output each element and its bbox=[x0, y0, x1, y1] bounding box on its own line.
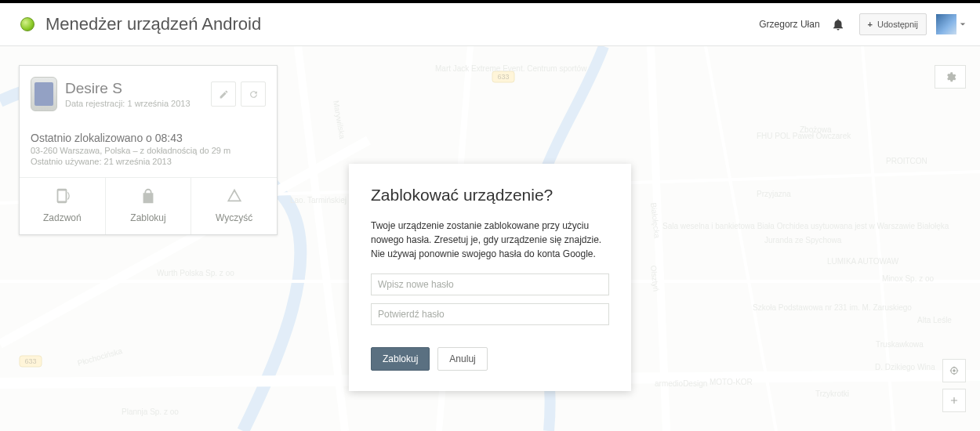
share-button[interactable]: + Udostępnij bbox=[859, 13, 927, 35]
lock-icon bbox=[140, 187, 157, 205]
device-name: Desire S bbox=[65, 80, 211, 97]
app-title: Menedżer urządzeń Android bbox=[45, 14, 261, 34]
device-card: Desire S Data rejestracji: 1 września 20… bbox=[19, 65, 278, 235]
zoom-in-button[interactable] bbox=[942, 389, 966, 412]
chevron-down-icon bbox=[960, 21, 966, 27]
gear-icon bbox=[945, 71, 956, 83]
erase-label: Wyczyść bbox=[191, 212, 277, 223]
new-password-input[interactable] bbox=[371, 273, 609, 295]
plus-icon bbox=[949, 395, 960, 406]
account-switch[interactable] bbox=[936, 14, 966, 34]
header: Menedżer urządzeń Android Grzegorz Ułan … bbox=[0, 3, 980, 46]
refresh-icon bbox=[249, 89, 259, 100]
ring-device-button[interactable]: Zadzwoń bbox=[20, 178, 106, 234]
user-name[interactable]: Grzegorz Ułan bbox=[759, 19, 819, 30]
notifications-icon[interactable] bbox=[831, 17, 845, 31]
pencil-icon bbox=[219, 89, 229, 100]
confirm-password-input[interactable] bbox=[371, 303, 609, 325]
phone-ring-icon bbox=[53, 187, 71, 205]
settings-button[interactable] bbox=[935, 65, 966, 89]
android-logo-icon bbox=[20, 17, 34, 31]
erase-icon bbox=[226, 187, 243, 205]
lock-label: Zablokuj bbox=[106, 212, 191, 223]
confirm-lock-button[interactable]: Zablokuj bbox=[371, 347, 430, 371]
svg-point-3 bbox=[953, 369, 956, 372]
map[interactable]: 633 633 Wurth Polska Sp. z oo Plannja Sp… bbox=[0, 46, 980, 431]
device-registration: Data rejestracji: 1 września 2013 bbox=[65, 99, 211, 108]
my-location-button[interactable] bbox=[942, 359, 966, 382]
avatar bbox=[936, 14, 956, 34]
device-address: 03-260 Warszawa, Polska – z dokładnością… bbox=[31, 146, 266, 155]
last-used: Ostatnio używane: 21 września 2013 bbox=[31, 157, 266, 166]
lock-device-button[interactable]: Zablokuj bbox=[106, 178, 192, 234]
last-located: Ostatnio zlokalizowano o 08:43 bbox=[31, 132, 266, 144]
lock-device-dialog: Zablokować urządzenie? Twoje urządzenie … bbox=[349, 164, 631, 391]
share-label: Udostępnij bbox=[877, 20, 918, 29]
refresh-device-button[interactable] bbox=[241, 81, 266, 107]
dialog-title: Zablokować urządzenie? bbox=[371, 186, 609, 205]
edit-device-button[interactable] bbox=[211, 81, 236, 107]
device-icon bbox=[31, 77, 57, 111]
dialog-body: Twoje urządzenie zostanie zablokowane pr… bbox=[371, 219, 609, 261]
target-icon bbox=[949, 365, 960, 376]
ring-label: Zadzwoń bbox=[20, 212, 105, 223]
erase-device-button[interactable]: Wyczyść bbox=[191, 178, 277, 234]
cancel-button[interactable]: Anuluj bbox=[437, 347, 487, 371]
plus-icon: + bbox=[868, 20, 873, 29]
